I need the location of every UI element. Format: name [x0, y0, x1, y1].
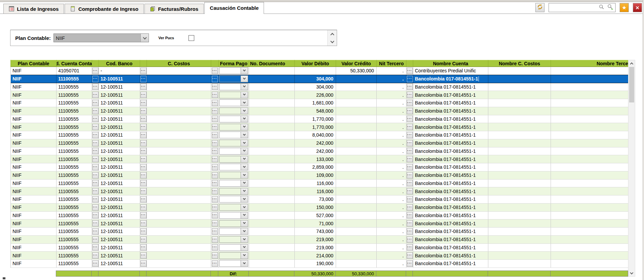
- ellipsis-lookup-button[interactable]: ···: [212, 252, 218, 259]
- ellipsis-lookup-button[interactable]: ···: [92, 204, 98, 211]
- ellipsis-lookup-button[interactable]: ···: [92, 116, 98, 122]
- ellipsis-lookup-button[interactable]: ···: [140, 252, 147, 259]
- dropdown-button[interactable]: [241, 92, 248, 98]
- table-row[interactable]: NIIF11100555···12-100511······242,000.··…: [11, 147, 635, 156]
- table-row[interactable]: NIIF11100555···12-100511······71,000.···…: [11, 219, 635, 228]
- plan-contable-select[interactable]: NIIF: [53, 33, 149, 42]
- forma-pago-select[interactable]: [219, 164, 248, 170]
- ellipsis-lookup-button[interactable]: ···: [140, 76, 147, 82]
- ellipsis-lookup-button[interactable]: ···: [140, 196, 147, 203]
- ellipsis-lookup-button[interactable]: ···: [407, 260, 413, 267]
- forma-pago-select[interactable]: [219, 180, 248, 187]
- forma-pago-select[interactable]: [219, 84, 248, 90]
- dropdown-button[interactable]: [241, 196, 248, 202]
- ellipsis-lookup-button[interactable]: ···: [212, 196, 218, 203]
- ellipsis-lookup-button[interactable]: ···: [140, 84, 147, 90]
- column-header-btn_cuenta[interactable]: [92, 60, 99, 67]
- forma-pago-select[interactable]: [219, 108, 248, 114]
- forma-pago-select[interactable]: [219, 67, 248, 74]
- ellipsis-lookup-button[interactable]: ···: [92, 92, 98, 98]
- forma-pago-select[interactable]: [219, 228, 248, 235]
- ellipsis-lookup-button[interactable]: ···: [212, 204, 218, 211]
- ellipsis-lookup-button[interactable]: ···: [407, 108, 413, 114]
- dropdown-button[interactable]: [241, 140, 248, 146]
- ellipsis-lookup-button[interactable]: ···: [407, 196, 413, 203]
- forma-pago-select[interactable]: [219, 92, 248, 98]
- ellipsis-lookup-button[interactable]: ···: [92, 196, 98, 203]
- ellipsis-lookup-button[interactable]: ···: [212, 228, 218, 235]
- table-row[interactable]: NIIF41050701···-······50,330,000.···Cont…: [11, 67, 635, 75]
- tab-causacion-contable[interactable]: Causación Contable: [204, 2, 264, 14]
- dropdown-button[interactable]: [241, 172, 248, 178]
- column-header-documento[interactable]: No. Documento: [249, 60, 295, 67]
- ellipsis-lookup-button[interactable]: ···: [92, 244, 98, 251]
- ellipsis-lookup-button[interactable]: ···: [212, 76, 218, 82]
- ellipsis-lookup-button[interactable]: ···: [92, 220, 98, 227]
- ellipsis-lookup-button[interactable]: ···: [407, 188, 413, 194]
- column-header-credito[interactable]: Valor Crédito: [336, 60, 377, 67]
- ellipsis-lookup-button[interactable]: ···: [212, 260, 218, 267]
- ellipsis-lookup-button[interactable]: ···: [407, 148, 413, 154]
- table-row[interactable]: NIIF11100555···12-100511······304,000.··…: [11, 83, 635, 91]
- table-row[interactable]: NIIF11100555···12-100511······226,000.··…: [11, 91, 635, 99]
- tab-lista-de-ingresos[interactable]: Lista de Ingresos: [3, 4, 64, 14]
- dropdown-button[interactable]: [241, 164, 248, 170]
- table-row[interactable]: NIIF11100555···12-100511······242,000.··…: [11, 139, 635, 147]
- ellipsis-lookup-button[interactable]: ···: [407, 220, 413, 227]
- ellipsis-lookup-button[interactable]: ···: [92, 132, 98, 138]
- ellipsis-lookup-button[interactable]: ···: [212, 236, 218, 243]
- ellipsis-lookup-button[interactable]: ···: [212, 68, 218, 74]
- dropdown-button[interactable]: [241, 180, 248, 186]
- column-header-nombre_tercero[interactable]: Nombre Tercero: [551, 60, 635, 67]
- dropdown-button[interactable]: [241, 253, 248, 259]
- search-next-icon[interactable]: [607, 4, 614, 11]
- ellipsis-lookup-button[interactable]: ···: [212, 212, 218, 218]
- ellipsis-lookup-button[interactable]: ···: [92, 164, 98, 170]
- ellipsis-lookup-button[interactable]: ···: [92, 124, 98, 130]
- ellipsis-lookup-button[interactable]: ···: [407, 116, 413, 122]
- ellipsis-lookup-button[interactable]: ···: [407, 164, 413, 170]
- ellipsis-lookup-button[interactable]: ···: [140, 156, 147, 162]
- search-input[interactable]: [549, 3, 599, 12]
- forma-pago-select[interactable]: [219, 99, 248, 106]
- ellipsis-lookup-button[interactable]: ···: [140, 132, 147, 138]
- ellipsis-lookup-button[interactable]: ···: [212, 172, 218, 179]
- ellipsis-lookup-button[interactable]: ···: [140, 204, 147, 211]
- ellipsis-lookup-button[interactable]: ···: [212, 188, 218, 194]
- ellipsis-lookup-button[interactable]: ···: [140, 108, 147, 114]
- ellipsis-lookup-button[interactable]: ···: [407, 100, 413, 106]
- ellipsis-lookup-button[interactable]: ···: [212, 108, 218, 114]
- ellipsis-lookup-button[interactable]: ···: [407, 124, 413, 130]
- table-row[interactable]: NIIF11100555···12-100511······109,000.··…: [11, 171, 635, 180]
- ellipsis-lookup-button[interactable]: ···: [140, 100, 147, 106]
- table-row[interactable]: NIIF11100555···12-100511······214,000.··…: [11, 252, 635, 260]
- forma-pago-select[interactable]: [219, 132, 248, 138]
- ellipsis-lookup-button[interactable]: ···: [140, 212, 147, 218]
- dropdown-button[interactable]: [241, 148, 248, 154]
- table-row[interactable]: NIIF11100555···12-100511······150,000.··…: [11, 204, 635, 212]
- table-row[interactable]: NIIF11100555···12-100511······8,040,000.…: [11, 131, 635, 139]
- dropdown-button[interactable]: [241, 100, 248, 106]
- ellipsis-lookup-button[interactable]: ···: [407, 76, 413, 82]
- column-header-forma[interactable]: Forma Pago: [219, 60, 249, 67]
- ellipsis-lookup-button[interactable]: ···: [212, 220, 218, 227]
- ellipsis-lookup-button[interactable]: ···: [92, 172, 98, 179]
- vertical-scrollbar[interactable]: [628, 60, 635, 277]
- ellipsis-lookup-button[interactable]: ···: [407, 236, 413, 243]
- ellipsis-lookup-button[interactable]: ···: [140, 260, 147, 267]
- search-icon[interactable]: [599, 4, 604, 11]
- ellipsis-lookup-button[interactable]: ···: [212, 92, 218, 98]
- ellipsis-lookup-button[interactable]: ···: [140, 148, 147, 154]
- forma-pago-select[interactable]: [219, 172, 248, 179]
- table-row[interactable]: NIIF11100555···12-100511······133,000.··…: [11, 155, 635, 163]
- ellipsis-lookup-button[interactable]: ···: [407, 84, 413, 90]
- ellipsis-lookup-button[interactable]: ···: [212, 132, 218, 138]
- ellipsis-lookup-button[interactable]: ···: [212, 180, 218, 186]
- ellipsis-lookup-button[interactable]: ···: [212, 116, 218, 122]
- dropdown-button[interactable]: [241, 212, 248, 218]
- dropdown-button[interactable]: [241, 108, 248, 114]
- column-header-btn_ccostos[interactable]: [211, 60, 219, 67]
- column-header-nombre_ccostos[interactable]: Nombre C. Costos: [488, 60, 551, 67]
- ellipsis-lookup-button[interactable]: ···: [212, 84, 218, 90]
- table-row[interactable]: NIIF11100555···12-100511······219,000.··…: [11, 244, 635, 252]
